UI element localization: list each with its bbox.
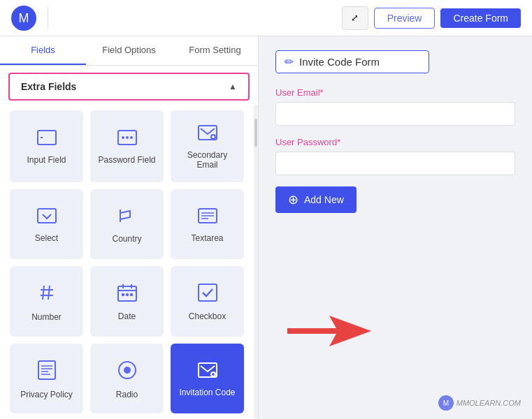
tab-field-options[interactable]: Field Options — [86, 36, 172, 65]
scrollbar-thumb[interactable] — [254, 119, 257, 147]
field-item-radio[interactable]: Radio — [90, 344, 164, 414]
add-new-label: Add New — [304, 194, 344, 205]
tabs-bar: Fields Field Options Form Setting — [0, 36, 258, 66]
plus-icon: ⊕ — [288, 192, 299, 207]
country-label: Country — [112, 234, 141, 244]
left-panel: Fields Field Options Form Setting Extra … — [0, 36, 259, 419]
password-field-label: Password Field — [98, 155, 155, 165]
checkbox-icon — [198, 284, 217, 306]
arrow-container — [287, 316, 371, 349]
field-item-date[interactable]: Date — [90, 266, 164, 337]
checkbox-label: Checkbox — [189, 311, 226, 321]
watermark: M MMOLEARN.COM — [438, 395, 521, 411]
svg-line-18 — [48, 286, 50, 300]
textarea-icon — [198, 208, 217, 228]
user-password-input[interactable] — [275, 152, 515, 175]
field-item-invitation-code[interactable]: Invitation Code — [171, 344, 244, 414]
svg-rect-2 — [38, 131, 56, 145]
collapse-arrow-icon: ▲ — [229, 82, 237, 91]
required-star: * — [320, 87, 324, 98]
expand-button[interactable]: ⤢ — [342, 6, 368, 30]
field-item-textarea[interactable]: Textarea — [171, 189, 244, 260]
svg-rect-26 — [126, 293, 129, 296]
secondary-email-label: Secondary Email — [176, 150, 238, 170]
main-layout: Fields Field Options Form Setting Extra … — [0, 36, 532, 419]
svg-text:M: M — [19, 11, 29, 25]
field-item-checkbox[interactable]: Checkbox — [171, 266, 244, 337]
edit-icon: ✏ — [285, 55, 294, 68]
red-arrow-icon — [287, 316, 371, 346]
select-label: Select — [35, 233, 58, 243]
form-title-input[interactable] — [299, 56, 411, 68]
date-icon — [117, 284, 137, 306]
date-label: Date — [118, 311, 136, 321]
svg-point-35 — [124, 367, 131, 374]
preview-button[interactable]: Preview — [374, 8, 436, 29]
tab-form-setting[interactable]: Form Setting — [172, 36, 258, 65]
select-icon — [37, 208, 57, 228]
svg-marker-40 — [287, 316, 371, 346]
extra-fields-label: Extra Fields — [21, 81, 76, 92]
user-email-input[interactable] — [275, 102, 515, 126]
svg-rect-12 — [38, 209, 56, 223]
svg-text:M: M — [443, 399, 449, 407]
field-item-input[interactable]: Input Field — [10, 110, 83, 182]
number-label: Number — [31, 312, 62, 322]
invitation-code-icon — [198, 362, 217, 382]
user-email-group: User Email* — [275, 87, 515, 126]
required-star-2: * — [337, 137, 340, 147]
input-field-icon — [37, 130, 57, 149]
user-email-label: User Email* — [275, 87, 515, 98]
svg-point-5 — [122, 136, 124, 139]
number-icon — [37, 283, 57, 307]
add-new-button[interactable]: ⊕ Add New — [275, 186, 357, 213]
country-icon — [117, 207, 137, 228]
field-item-privacy-policy[interactable]: Privacy Policy — [10, 344, 83, 414]
tab-fields[interactable]: Fields — [0, 36, 86, 65]
privacy-policy-label: Privacy Policy — [20, 390, 73, 399]
invitation-code-label: Invitation Code — [179, 388, 235, 397]
svg-rect-27 — [130, 293, 133, 296]
header: M ⤢ Preview Create Form — [0, 0, 532, 36]
svg-rect-25 — [122, 293, 124, 296]
radio-icon — [117, 360, 137, 384]
right-panel: ✏ User Email* User Password* ⊕ Add New — [259, 36, 532, 419]
field-item-number[interactable]: Number — [10, 266, 83, 337]
radio-label: Radio — [116, 390, 138, 399]
textarea-label: Textarea — [191, 233, 223, 243]
watermark-text: MMOLEARN.COM — [456, 399, 521, 407]
field-item-secondary-email[interactable]: Secondary Email — [171, 110, 244, 182]
secondary-email-icon — [198, 125, 217, 145]
expand-icon: ⤢ — [351, 13, 359, 23]
scrollbar-track[interactable] — [254, 105, 258, 419]
svg-point-6 — [126, 136, 129, 139]
field-item-country[interactable]: Country — [90, 189, 164, 260]
create-form-button[interactable]: Create Form — [440, 8, 521, 28]
svg-line-17 — [43, 286, 44, 300]
svg-point-7 — [130, 136, 133, 139]
svg-rect-29 — [38, 361, 55, 379]
password-field-icon — [117, 130, 137, 149]
field-item-select[interactable]: Select — [10, 189, 83, 260]
logo-icon: M — [11, 6, 36, 31]
header-divider — [48, 7, 48, 29]
fields-grid: Input Field Password Field Secondary Ema… — [0, 105, 254, 419]
form-title-row: ✏ — [275, 50, 429, 73]
privacy-policy-icon — [38, 360, 56, 384]
extra-fields-section[interactable]: Extra Fields ▲ — [8, 73, 250, 101]
svg-rect-28 — [199, 284, 217, 301]
input-field-label: Input Field — [27, 155, 66, 165]
user-password-group: User Password* — [275, 137, 515, 175]
user-password-label: User Password* — [275, 137, 515, 147]
field-item-password[interactable]: Password Field — [90, 110, 164, 182]
